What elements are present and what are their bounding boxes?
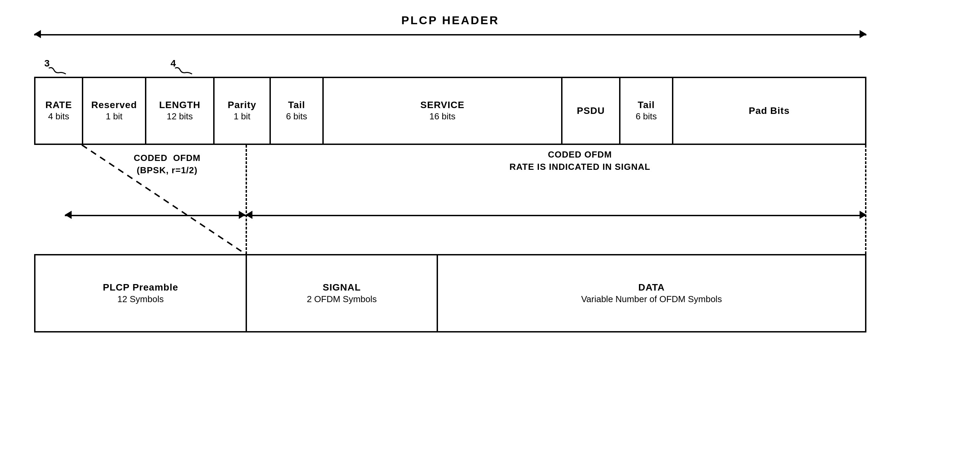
squiggle-3-icon [47, 67, 68, 76]
bottom-field-data: DATA Variable Number of OFDM Symbols [438, 255, 865, 331]
field-tail2: Tail 6 bits [620, 78, 673, 143]
header-arrow-line [34, 34, 866, 35]
field-tail1-name: Tail [288, 99, 305, 111]
h-arrow-right [246, 210, 866, 220]
plcp-header-arrow [34, 29, 866, 39]
field-service-bits: 16 bits [430, 111, 456, 122]
coded-ofdm-left-label: CODED OFDM(BPSK, r=1/2) [102, 152, 232, 177]
header-arrow-right [859, 30, 866, 38]
bottom-field-preamble: PLCP Preamble 12 Symbols [35, 255, 247, 331]
h-arrow-left [65, 210, 246, 220]
field-tail1-bits: 6 bits [286, 111, 307, 122]
h-arrow-right-line [246, 215, 866, 216]
plcp-header-label: PLCP HEADER [34, 14, 866, 27]
bottom-data-name: DATA [638, 282, 665, 294]
field-service-name: SERVICE [420, 99, 464, 111]
field-length-name: LENGTH [159, 99, 200, 111]
bottom-data-sub: Variable Number of OFDM Symbols [581, 294, 722, 305]
bottom-preamble-sub: 12 Symbols [117, 294, 164, 305]
field-tail2-bits: 6 bits [635, 111, 657, 122]
field-tail1: Tail 6 bits [271, 78, 324, 143]
field-reserved-name: Reserved [91, 99, 137, 111]
field-padbits: Pad Bits [673, 78, 865, 143]
header-fields: RATE 4 bits Reserved 1 bit LENGTH 12 bit… [34, 77, 866, 145]
field-psdu: PSDU [563, 78, 620, 143]
h-arrow-left-line [65, 215, 246, 216]
bottom-signal-sub: 2 OFDM Symbols [307, 294, 377, 305]
field-padbits-name: Pad Bits [749, 105, 790, 117]
field-length: LENGTH 12 bits [146, 78, 215, 143]
field-length-bits: 12 bits [167, 111, 193, 122]
bottom-preamble-name: PLCP Preamble [103, 282, 178, 294]
header-arrow-left [34, 30, 41, 38]
h-arrow-right-right-head [859, 211, 866, 219]
bottom-field-signal: SIGNAL 2 OFDM Symbols [247, 255, 438, 331]
field-service: SERVICE 16 bits [324, 78, 563, 143]
middle-section: CODED OFDM(BPSK, r=1/2) CODED OFDMRATE I… [34, 145, 866, 254]
h-arrow-right-left-head [246, 211, 253, 219]
plcp-header-section: PLCP HEADER [34, 14, 866, 39]
field-parity-name: Parity [228, 99, 256, 111]
field-tail2-name: Tail [638, 99, 655, 111]
bottom-signal-name: SIGNAL [323, 282, 361, 294]
diagram-container: PLCP HEADER 3 4 RATE 4 bits Reserved 1 b… [14, 14, 969, 460]
bottom-fields: PLCP Preamble 12 Symbols SIGNAL 2 OFDM S… [34, 254, 866, 332]
field-reserved-bits: 1 bit [106, 111, 123, 122]
field-parity: Parity 1 bit [215, 78, 271, 143]
field-reserved: Reserved 1 bit [83, 78, 146, 143]
coded-ofdm-right-label: CODED OFDMRATE IS INDICATED IN SIGNAL [324, 148, 836, 173]
h-arrow-left-head [65, 211, 72, 219]
field-rate: RATE 4 bits [35, 78, 83, 143]
squiggle-4-icon [173, 67, 194, 76]
field-psdu-name: PSDU [577, 105, 605, 117]
dashed-v-left [246, 145, 247, 254]
dashed-v-right [865, 145, 866, 254]
field-parity-bits: 1 bit [234, 111, 250, 122]
field-rate-bits: 4 bits [48, 111, 69, 122]
h-arrow-left-right-head [239, 211, 246, 219]
field-rate-name: RATE [45, 99, 72, 111]
